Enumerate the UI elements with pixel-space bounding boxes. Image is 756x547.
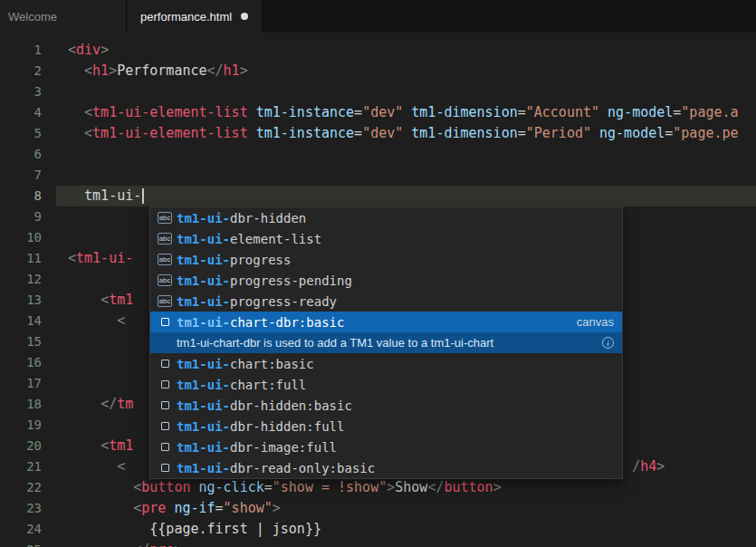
line-number[interactable]: 15 (0, 331, 56, 352)
line-number[interactable]: 24 (0, 519, 56, 540)
snippet-icon (157, 353, 173, 374)
code-line-24[interactable]: 24 {{page.first | json}} (0, 519, 756, 540)
code-text: <tm1-ui-element-list tm1-instance="dev" … (56, 123, 756, 144)
suggestion-label: tm1-ui-dbr-hidden:full (177, 419, 344, 434)
code-line-7[interactable]: 7 (0, 165, 756, 186)
snippet-icon (157, 395, 173, 416)
suggestion-label: tm1-ui-chart-dbr:basic (177, 315, 344, 330)
line-number[interactable]: 3 (0, 82, 56, 102)
line-number[interactable]: 6 (0, 144, 56, 165)
suggestion-tm1-ui-chart:full[interactable]: tm1-ui-chart:full (150, 374, 622, 395)
code-line-22[interactable]: 22 <button ng-click="show = !show">Show<… (0, 477, 756, 498)
suggestion-doc-row: tm1-ui-chart-dbr is used to add a TM1 va… (150, 332, 622, 353)
line-number[interactable]: 22 (0, 477, 56, 498)
line-number[interactable]: 9 (0, 206, 56, 227)
suggestion-tm1-ui-chart:basic[interactable]: tm1-ui-chart:basic (150, 353, 622, 374)
line-number[interactable]: 19 (0, 415, 56, 436)
line-number[interactable]: 2 (0, 61, 56, 82)
line-number[interactable]: 4 (0, 102, 56, 123)
suggestion-label: tm1-ui-dbr-read-only:basic (177, 461, 375, 475)
snippet-icon (157, 457, 173, 478)
suggestion-tm1-ui-dbr-read-only:basic[interactable]: tm1-ui-dbr-read-only:basic (150, 457, 622, 478)
code-text: <button ng-click="show = !show">Show</bu… (56, 477, 756, 498)
suggestion-tm1-ui-progress-pending[interactable]: abctm1-ui-progress-pending (150, 270, 622, 291)
tab-welcome[interactable]: Welcome (0, 0, 127, 33)
text-symbol-icon: abc (157, 249, 173, 270)
suggestion-tm1-ui-element-list[interactable]: abctm1-ui-element-list (150, 228, 622, 249)
line-number[interactable]: 8 (0, 186, 56, 206)
code-editor[interactable]: 1<div>2 <h1>Performance</h1>34 <tm1-ui-e… (0, 33, 756, 547)
code-text (56, 144, 756, 165)
suggestion-tm1-ui-dbr-hidden[interactable]: abctm1-ui-dbr-hidden (150, 207, 622, 228)
code-line-1[interactable]: 1<div> (0, 40, 756, 61)
line-number[interactable]: 10 (0, 227, 56, 248)
line-number[interactable]: 16 (0, 352, 56, 373)
line-number[interactable]: 1 (0, 40, 56, 61)
line-number[interactable]: 25 (0, 540, 56, 547)
suggestion-kind-detail: canvas (577, 315, 614, 329)
code-line-8[interactable]: 8 tm1-ui- (0, 186, 756, 206)
line-number[interactable]: 21 (0, 456, 56, 477)
line-number[interactable]: 7 (0, 165, 56, 186)
tab-label: performance.html (140, 10, 232, 24)
tab-performance-html[interactable]: performance.html (127, 0, 263, 33)
suggestion-tm1-ui-dbr-hidden:basic[interactable]: tm1-ui-dbr-hidden:basic (150, 395, 622, 416)
suggestion-label: tm1-ui-dbr-image:full (177, 440, 337, 455)
code-text: tm1-ui- (56, 186, 756, 206)
suggestion-label: tm1-ui-chart:full (177, 378, 306, 392)
suggestion-label: tm1-ui-dbr-hidden:basic (177, 398, 352, 413)
suggestion-label: tm1-ui-element-list (177, 232, 321, 246)
tab-label: Welcome (8, 10, 57, 24)
snippet-icon (157, 312, 173, 332)
line-number[interactable]: 20 (0, 436, 56, 456)
line-number[interactable]: 5 (0, 123, 56, 144)
line-number[interactable]: 12 (0, 269, 56, 290)
code-text (56, 165, 756, 186)
code-text: <div> (56, 40, 756, 61)
tab-bar: Welcome performance.html (0, 0, 756, 33)
code-line-23[interactable]: 23 <pre ng-if="show"> (0, 498, 756, 519)
text-symbol-icon: abc (157, 291, 173, 312)
code-line-4[interactable]: 4 <tm1-ui-element-list tm1-instance="dev… (0, 102, 756, 123)
line-number[interactable]: 18 (0, 394, 56, 415)
autocomplete-popup[interactable]: abctm1-ui-dbr-hiddenabctm1-ui-element-li… (149, 206, 623, 479)
code-line-6[interactable]: 6 (0, 144, 756, 165)
code-text: <h1>Performance</h1> (56, 61, 756, 82)
snippet-icon (157, 374, 173, 395)
suggestion-tm1-ui-dbr-image:full[interactable]: tm1-ui-dbr-image:full (150, 437, 622, 457)
code-text: <tm1-ui-element-list tm1-instance="dev" … (56, 102, 756, 123)
code-line-5[interactable]: 5 <tm1-ui-element-list tm1-instance="dev… (0, 123, 756, 144)
text-symbol-icon: abc (157, 207, 173, 228)
text-symbol-icon: abc (157, 228, 173, 249)
suggestion-tm1-ui-chart-dbr:basic[interactable]: tm1-ui-chart-dbr:basiccanvas (150, 312, 622, 332)
text-cursor (142, 188, 144, 204)
suggestion-doc-text: tm1-ui-chart-dbr is used to add a TM1 va… (177, 336, 493, 350)
suggestion-tm1-ui-progress-ready[interactable]: abctm1-ui-progress-ready (150, 291, 622, 312)
line-number[interactable]: 23 (0, 498, 56, 519)
suggestion-label: tm1-ui-progress (177, 253, 291, 267)
code-text (56, 82, 756, 102)
suggestion-label: tm1-ui-chart:basic (177, 357, 314, 371)
modified-indicator-dot[interactable] (241, 13, 248, 20)
snippet-icon (157, 416, 173, 437)
snippet-icon (157, 437, 173, 457)
code-text: {{page.first | json}} (56, 519, 756, 540)
suggestion-label: tm1-ui-progress-pending (177, 274, 352, 288)
suggestion-label: tm1-ui-dbr-hidden (177, 211, 306, 226)
code-text: </pre> (56, 540, 756, 547)
code-text: <pre ng-if="show"> (56, 498, 756, 519)
text-symbol-icon: abc (157, 270, 173, 291)
code-line-2[interactable]: 2 <h1>Performance</h1> (0, 61, 756, 82)
code-line-25[interactable]: 25 </pre> (0, 540, 756, 547)
line-number[interactable]: 11 (0, 248, 56, 269)
suggestion-tm1-ui-progress[interactable]: abctm1-ui-progress (150, 249, 622, 270)
line-number[interactable]: 13 (0, 290, 56, 311)
code-line-3[interactable]: 3 (0, 82, 756, 102)
suggestion-tm1-ui-dbr-hidden:full[interactable]: tm1-ui-dbr-hidden:full (150, 416, 622, 437)
line-number[interactable]: 14 (0, 311, 56, 331)
editor-window: Welcome performance.html 1<div>2 <h1>Per… (0, 0, 756, 547)
info-icon[interactable]: i (602, 337, 614, 349)
line-number[interactable]: 17 (0, 373, 56, 394)
suggestion-label: tm1-ui-progress-ready (177, 294, 337, 309)
